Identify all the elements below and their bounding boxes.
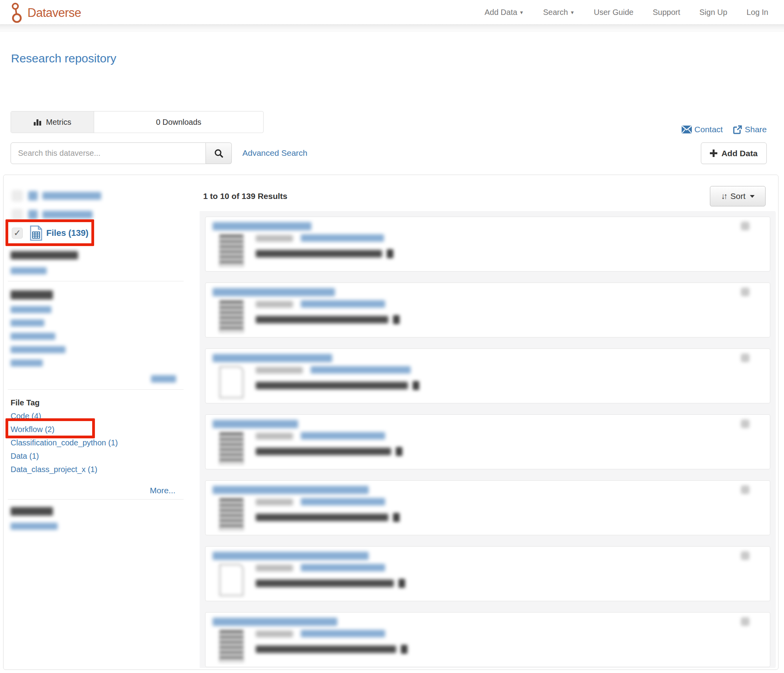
file-thumbnail[interactable] bbox=[219, 366, 244, 398]
page-title[interactable]: Research repository bbox=[11, 52, 116, 65]
sort-button[interactable]: ↓↑ Sort bbox=[710, 186, 766, 206]
nav-item[interactable]: Search▼ bbox=[543, 8, 575, 17]
result-card bbox=[205, 612, 770, 667]
facet-label-blurred[interactable] bbox=[42, 211, 93, 219]
result-checkbox-blurred[interactable] bbox=[741, 617, 749, 626]
file-tag-facet-link[interactable]: Data (1) bbox=[11, 452, 39, 461]
facet-checkbox-blurred[interactable] bbox=[12, 209, 23, 220]
search-icon bbox=[214, 149, 224, 158]
result-title-blurred[interactable] bbox=[213, 288, 335, 296]
search-button[interactable] bbox=[206, 142, 232, 164]
file-tag-more-link[interactable]: More... bbox=[150, 486, 175, 495]
result-title-blurred[interactable] bbox=[213, 420, 298, 428]
result-title-blurred[interactable] bbox=[213, 552, 369, 560]
contact-link[interactable]: Contact bbox=[682, 125, 723, 134]
result-card bbox=[205, 283, 770, 337]
file-tag-facet-link[interactable]: Classification_code_python (1) bbox=[11, 438, 118, 447]
facet-link-blurred[interactable] bbox=[11, 306, 51, 313]
add-data-label: Add Data bbox=[721, 149, 757, 158]
facet-heading-blurred bbox=[11, 251, 78, 259]
facet-type-icon-blurred bbox=[28, 191, 38, 201]
sort-arrows-icon: ↓↑ bbox=[721, 192, 726, 201]
result-title-blurred[interactable] bbox=[213, 618, 337, 626]
result-title-blurred[interactable] bbox=[213, 354, 332, 362]
facet-checkbox-blurred[interactable] bbox=[12, 190, 23, 201]
file-thumbnail[interactable] bbox=[219, 300, 244, 332]
files-facet-checkbox[interactable]: ✓ bbox=[12, 228, 23, 239]
result-title-blurred[interactable] bbox=[213, 222, 311, 230]
nav-item[interactable]: Log In bbox=[746, 8, 768, 17]
advanced-search-link[interactable]: Advanced Search bbox=[242, 148, 307, 158]
tabular-file-icon bbox=[30, 225, 42, 241]
file-thumbnail[interactable] bbox=[219, 630, 244, 662]
result-checkbox-blurred[interactable] bbox=[741, 288, 749, 296]
contact-label: Contact bbox=[695, 125, 723, 134]
result-metadata-blurred bbox=[256, 646, 396, 653]
file-tag-facet-link[interactable]: Code (4) bbox=[11, 412, 41, 421]
search-input[interactable] bbox=[11, 142, 206, 164]
nav-item[interactable]: Sign Up bbox=[699, 8, 727, 17]
result-date-blurred bbox=[256, 367, 303, 374]
envelope-icon bbox=[682, 126, 692, 133]
result-checkbox-blurred[interactable] bbox=[741, 419, 749, 428]
facet-files-link[interactable]: Files (139) bbox=[46, 228, 89, 238]
facet-link-blurred[interactable] bbox=[11, 359, 43, 367]
result-date-blurred bbox=[256, 433, 293, 440]
result-metadata-blurred bbox=[256, 316, 388, 323]
add-data-button[interactable]: Add Data bbox=[701, 142, 767, 164]
divider bbox=[8, 389, 184, 390]
result-date-blurred bbox=[256, 565, 293, 571]
result-dataset-link-blurred[interactable] bbox=[301, 498, 385, 505]
result-date-blurred bbox=[256, 499, 293, 505]
result-date-blurred bbox=[256, 235, 293, 242]
result-metadata-blurred bbox=[256, 514, 388, 521]
facet-link-blurred[interactable] bbox=[11, 333, 55, 340]
result-card bbox=[205, 217, 770, 272]
facet-link-blurred[interactable] bbox=[11, 523, 58, 530]
dataverse-logo-icon bbox=[9, 2, 24, 24]
nav-item[interactable]: Support bbox=[653, 8, 680, 17]
file-tag-facet-link[interactable]: Workflow (2) bbox=[11, 425, 55, 434]
lock-icon-blurred bbox=[387, 249, 393, 258]
facet-type-icon-blurred bbox=[28, 210, 38, 219]
result-dataset-link-blurred[interactable] bbox=[301, 300, 385, 308]
facet-link-blurred[interactable] bbox=[11, 346, 65, 353]
share-label: Share bbox=[745, 125, 767, 134]
nav-item[interactable]: Add Data▼ bbox=[484, 8, 524, 17]
result-dataset-link-blurred[interactable] bbox=[311, 366, 411, 374]
result-dataset-link-blurred[interactable] bbox=[301, 432, 385, 440]
result-checkbox-blurred[interactable] bbox=[741, 222, 749, 230]
file-thumbnail[interactable] bbox=[219, 432, 244, 464]
result-checkbox-blurred[interactable] bbox=[741, 485, 749, 494]
result-metadata-blurred bbox=[256, 382, 408, 389]
result-dataset-link-blurred[interactable] bbox=[301, 630, 385, 637]
facet-label-blurred[interactable] bbox=[42, 192, 101, 200]
results-count: 1 to 10 of 139 Results bbox=[203, 192, 287, 201]
result-metadata-blurred bbox=[256, 448, 391, 455]
file-thumbnail[interactable] bbox=[219, 498, 244, 530]
result-card bbox=[205, 414, 770, 469]
result-checkbox-blurred[interactable] bbox=[741, 354, 749, 362]
result-date-blurred bbox=[256, 301, 293, 308]
result-title-blurred[interactable] bbox=[213, 486, 369, 494]
plus-icon bbox=[710, 150, 717, 157]
result-dataset-link-blurred[interactable] bbox=[301, 234, 384, 242]
facet-link-blurred[interactable] bbox=[11, 267, 47, 274]
facet-heading-blurred bbox=[11, 290, 53, 299]
metrics-tab[interactable]: Metrics bbox=[11, 111, 94, 133]
file-thumbnail[interactable] bbox=[219, 564, 244, 596]
lock-icon-blurred bbox=[393, 315, 400, 324]
lock-icon-blurred bbox=[393, 513, 400, 522]
dataverse-logo[interactable]: Dataverse bbox=[9, 2, 81, 24]
facet-link-blurred[interactable] bbox=[11, 319, 44, 326]
share-link[interactable]: Share bbox=[733, 125, 767, 134]
checkmark-icon: ✓ bbox=[14, 228, 21, 238]
file-tag-facet-link[interactable]: Data_class_project_x (1) bbox=[11, 465, 97, 474]
more-link-blurred[interactable] bbox=[151, 375, 176, 383]
file-tag-heading: File Tag bbox=[11, 398, 40, 407]
facet-heading-blurred bbox=[11, 507, 53, 516]
result-dataset-link-blurred[interactable] bbox=[301, 564, 385, 571]
nav-item[interactable]: User Guide bbox=[594, 8, 633, 17]
result-checkbox-blurred[interactable] bbox=[741, 551, 749, 560]
file-thumbnail[interactable] bbox=[219, 234, 244, 266]
